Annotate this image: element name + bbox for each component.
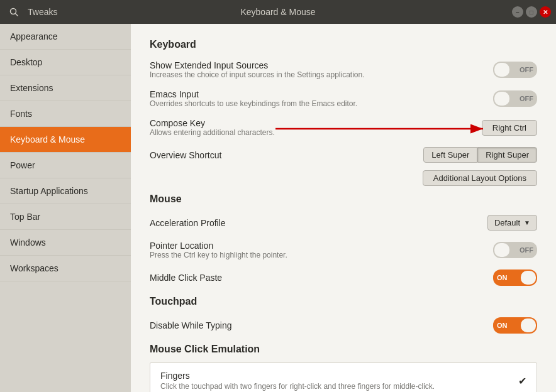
- emulation-item-fingers-row: Fingers Click the touchpad with two fing…: [160, 371, 526, 391]
- toggle-knob: [494, 243, 509, 257]
- touchpad-section-title: Touchpad: [150, 296, 537, 307]
- pointer-location-label: Pointer Location Press the Ctrl key to h…: [150, 241, 493, 259]
- sidebar-item-top-bar[interactable]: Top Bar: [0, 204, 131, 230]
- overview-shortcut-title: Overview Shortcut: [150, 150, 423, 160]
- toggle-label: OFF: [520, 66, 533, 74]
- pointer-location-toggle[interactable]: OFF: [493, 242, 537, 258]
- emacs-input-row: Emacs Input Overrides shortcuts to use k…: [150, 87, 537, 111]
- middle-click-paste-title: Middle Click Paste: [150, 273, 493, 283]
- emacs-input-desc: Overrides shortcuts to use keybindings f…: [150, 99, 493, 108]
- show-extended-sources-desc: Increases the choice of input sources in…: [150, 70, 493, 79]
- emulation-fingers-desc: Click the touchpad with two fingers for …: [160, 382, 435, 391]
- show-extended-sources-title: Show Extended Input Sources: [150, 60, 493, 70]
- svg-line-1: [16, 14, 18, 16]
- overview-shortcut-label: Overview Shortcut: [150, 150, 423, 160]
- compose-key-row: Compose Key Allows entering additional c…: [150, 116, 537, 139]
- sidebar-item-desktop[interactable]: Desktop: [0, 50, 131, 75]
- right-super-button[interactable]: Right Super: [477, 147, 537, 163]
- disable-while-typing-toggle[interactable]: ON: [493, 317, 537, 334]
- toggle-knob: [521, 318, 536, 332]
- toggle-knob: [494, 92, 509, 106]
- search-button[interactable]: [5, 3, 23, 21]
- emulation-fingers-title: Fingers: [160, 371, 435, 381]
- middle-click-paste-row: Middle Click Paste ON: [150, 267, 537, 288]
- window-controls: − □ ✕: [512, 6, 551, 18]
- acceleration-profile-label: Acceleration Profile: [150, 218, 487, 228]
- sidebar-item-power[interactable]: Power: [0, 153, 131, 178]
- overview-shortcut-row: Overview Shortcut Left Super Right Super: [150, 144, 537, 165]
- sidebar-item-workspaces[interactable]: Workspaces: [0, 256, 131, 281]
- window-title: Keyboard & Mouse: [240, 7, 315, 17]
- acceleration-profile-row: Acceleration Profile Default ▼: [150, 212, 537, 233]
- toggle-label: OFF: [520, 95, 533, 102]
- show-extended-sources-row: Show Extended Input Sources Increases th…: [150, 58, 537, 82]
- emacs-input-label: Emacs Input Overrides shortcuts to use k…: [150, 89, 493, 108]
- mouse-click-emulation-title: Mouse Click Emulation: [150, 344, 537, 355]
- toggle-knob: [521, 271, 536, 285]
- sidebar-item-fonts[interactable]: Fonts: [0, 101, 131, 127]
- main-content: Keyboard Show Extended Input Sources Inc…: [131, 24, 556, 392]
- show-extended-sources-label: Show Extended Input Sources Increases th…: [150, 60, 493, 79]
- maximize-button[interactable]: □: [526, 6, 537, 18]
- acceleration-profile-dropdown[interactable]: Default ▼: [487, 215, 537, 231]
- emulation-item-fingers-content: Fingers Click the touchpad with two fing…: [160, 371, 435, 391]
- sidebar-item-keyboard-mouse[interactable]: Keyboard & Mouse: [0, 127, 131, 153]
- acceleration-profile-title: Acceleration Profile: [150, 218, 487, 228]
- overview-shortcut-btngroup: Left Super Right Super: [423, 147, 537, 163]
- sidebar-item-windows[interactable]: Windows: [0, 230, 131, 256]
- disable-while-typing-title: Disable While Typing: [150, 320, 493, 330]
- compose-key-button[interactable]: Right Ctrl: [482, 120, 537, 136]
- fingers-checkmark: ✔: [518, 375, 526, 387]
- sidebar-item-extensions[interactable]: Extensions: [0, 75, 131, 101]
- pointer-location-desc: Press the Ctrl key to highlight the poin…: [150, 251, 493, 259]
- additional-layout-button[interactable]: Additional Layout Options: [423, 170, 537, 186]
- pointer-location-row: Pointer Location Press the Ctrl key to h…: [150, 238, 537, 262]
- app-window: Tweaks Keyboard & Mouse − □ ✕ Appearance…: [0, 0, 556, 392]
- sidebar: Appearance Desktop Extensions Fonts Keyb…: [0, 24, 131, 392]
- toggle-knob: [494, 63, 509, 77]
- left-super-button[interactable]: Left Super: [423, 147, 477, 163]
- show-extended-sources-toggle[interactable]: OFF: [493, 62, 537, 78]
- compose-key-desc: Allows entering additional characters.: [150, 128, 482, 137]
- sidebar-item-appearance[interactable]: Appearance: [0, 24, 131, 50]
- toggle-label: OFF: [520, 246, 533, 254]
- toggle-label: ON: [497, 274, 508, 281]
- disable-while-typing-row: Disable While Typing ON: [150, 315, 537, 336]
- mouse-section-title: Mouse: [150, 193, 537, 205]
- compose-key-title: Compose Key: [150, 118, 482, 128]
- emulation-item-fingers[interactable]: Fingers Click the touchpad with two fing…: [150, 362, 537, 392]
- keyboard-section-title: Keyboard: [150, 39, 537, 50]
- minimize-button[interactable]: −: [512, 6, 523, 18]
- pointer-location-title: Pointer Location: [150, 241, 493, 251]
- titlebar: Tweaks Keyboard & Mouse − □ ✕: [0, 0, 556, 24]
- additional-layout-row: Additional Layout Options: [150, 170, 537, 186]
- compose-key-label: Compose Key Allows entering additional c…: [150, 118, 482, 137]
- middle-click-paste-label: Middle Click Paste: [150, 273, 493, 283]
- emacs-input-title: Emacs Input: [150, 89, 493, 99]
- close-button[interactable]: ✕: [540, 6, 551, 18]
- chevron-down-icon: ▼: [524, 219, 530, 226]
- emacs-input-toggle[interactable]: OFF: [493, 90, 537, 107]
- disable-while-typing-label: Disable While Typing: [150, 320, 493, 330]
- middle-click-paste-toggle[interactable]: ON: [493, 270, 537, 286]
- toggle-label: ON: [497, 322, 508, 329]
- app-name: Tweaks: [28, 7, 57, 17]
- sidebar-item-startup-applications[interactable]: Startup Applications: [0, 178, 131, 204]
- content-area: Appearance Desktop Extensions Fonts Keyb…: [0, 24, 556, 392]
